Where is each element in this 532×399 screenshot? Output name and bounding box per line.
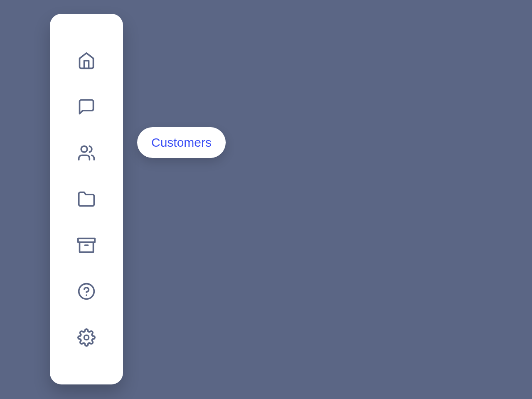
sidebar-item-home[interactable] [50,38,123,84]
users-icon [77,144,96,162]
folder-icon [77,190,96,208]
home-icon [77,52,96,70]
svg-point-0 [81,146,87,153]
sidebar-item-archive[interactable] [50,222,123,268]
sidebar-item-help[interactable] [50,268,123,314]
svg-point-5 [84,335,89,340]
settings-icon [77,328,96,347]
sidebar-item-settings[interactable] [50,314,123,360]
archive-icon [77,236,96,254]
tooltip-customers: Customers [137,127,226,158]
sidebar [50,14,123,384]
svg-rect-1 [78,238,95,242]
tooltip-label: Customers [151,135,212,149]
sidebar-item-messages[interactable] [50,84,123,130]
sidebar-item-projects[interactable] [50,176,123,222]
help-icon [77,282,96,300]
message-icon [77,98,96,116]
sidebar-item-customers[interactable] [50,130,123,176]
